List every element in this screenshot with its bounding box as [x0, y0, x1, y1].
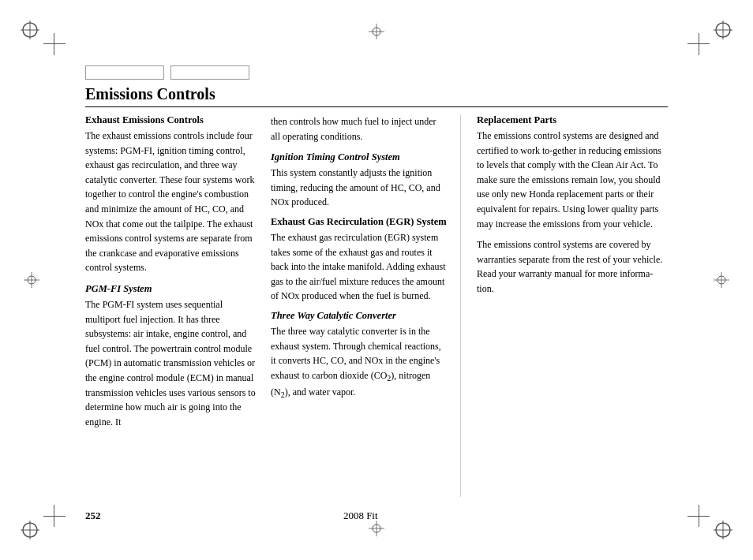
- footer: 252 2008 Fit: [85, 510, 668, 522]
- middle-section1-heading: Ignition Timing Control System: [271, 151, 448, 163]
- page-number: 252: [85, 510, 101, 522]
- column-left: Exhaust Emissions Controls The exhaust e…: [85, 114, 271, 497]
- right-section1-body: The emissions control systems are design…: [477, 129, 668, 231]
- middle-section3-body: The three way catalytic converter is in …: [271, 324, 448, 401]
- middle-continuation: then controls how much fuel to inject un…: [271, 114, 448, 144]
- crosshair-bottom: [369, 521, 384, 536]
- crosshair-top: [369, 24, 384, 39]
- tab-item-2[interactable]: [170, 65, 249, 80]
- margin-mark-h-bl: [43, 516, 66, 517]
- crosshair-right: [714, 272, 729, 288]
- margin-mark-h-tl: [43, 43, 66, 44]
- right-section2-body: The emissions control systems are covere…: [477, 237, 668, 296]
- middle-section2-body: The exhaust gas recirculation (EGR) syst…: [271, 230, 448, 304]
- header-divider: [85, 106, 668, 107]
- corner-mark-bl: [17, 517, 43, 543]
- tab-item-1[interactable]: [85, 65, 164, 80]
- middle-section2-heading: Exhaust Gas Recirculation (EGR) System: [271, 216, 448, 228]
- corner-mark-tl: [17, 17, 43, 43]
- middle-section3-heading: Three Way Catalytic Converter: [271, 310, 448, 322]
- tab-bar: [85, 65, 249, 80]
- margin-mark-v-bl: [54, 505, 54, 527]
- left-section2-body: The PGM-FI system uses sequential multip…: [85, 297, 258, 429]
- left-section2-heading: PGM-FI System: [85, 283, 258, 295]
- left-section1-heading: Exhaust Emissions Controls: [85, 114, 258, 126]
- corner-mark-br: [710, 517, 736, 543]
- column-right: Replacement Parts The emissions control …: [461, 114, 668, 497]
- margin-mark-v-br: [699, 505, 699, 527]
- crosshair-left: [24, 272, 39, 288]
- page: Emissions Controls Exhaust Emissions Con…: [0, 0, 753, 560]
- margin-mark-v-tr: [699, 33, 699, 55]
- main-content: Exhaust Emissions Controls The exhaust e…: [85, 114, 668, 497]
- middle-section1-body: This system constantly adjusts the ignit…: [271, 166, 448, 210]
- page-title: Emissions Controls: [85, 85, 668, 103]
- corner-mark-tr: [710, 17, 736, 43]
- margin-mark-v-tl: [54, 33, 54, 55]
- right-section1-heading: Replacement Parts: [477, 114, 668, 126]
- column-middle: then controls how much fuel to inject un…: [271, 114, 460, 497]
- left-section1-body: The exhaust emissions controls include f…: [85, 129, 258, 275]
- book-title: 2008 Fit: [343, 510, 378, 522]
- header: Emissions Controls: [85, 85, 668, 107]
